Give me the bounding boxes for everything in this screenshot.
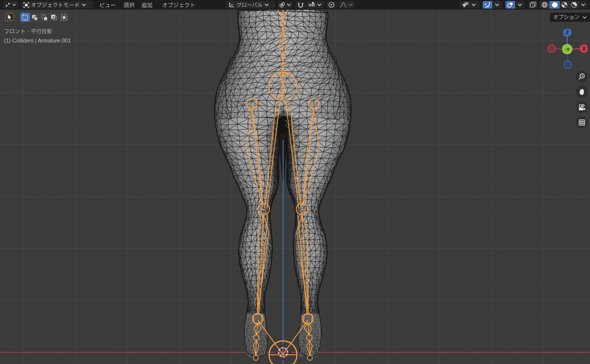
- svg-text:Z: Z: [566, 30, 569, 35]
- svg-text:-Y: -Y: [565, 47, 570, 52]
- svg-text:X: X: [582, 46, 586, 52]
